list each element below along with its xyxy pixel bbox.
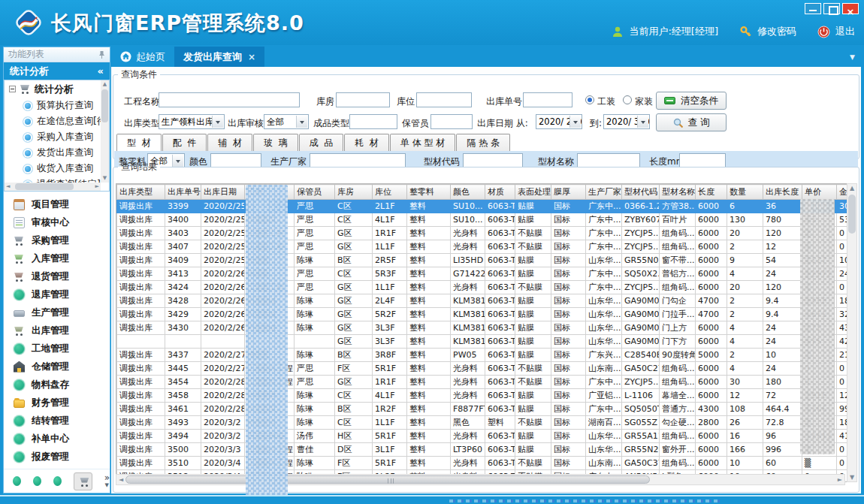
project-name-input[interactable] <box>159 92 300 107</box>
tree-horizontal-scrollbar[interactable]: ◄► <box>5 183 101 191</box>
tab-list-dropdown-icon[interactable]: ▼ <box>850 53 861 61</box>
material-tab[interactable]: 单 体 型 材 <box>390 134 455 151</box>
order-no-input[interactable] <box>523 92 572 107</box>
table-row[interactable]: 调拨出库34282020/2/26石▒▒城陈琳G区2L4F整料KLM381760… <box>117 294 850 308</box>
sidebar-menu-item[interactable]: 报废管理 <box>4 448 110 466</box>
material-tab[interactable]: 成 品 <box>299 134 344 151</box>
menu-overflow-button[interactable]: »▼ <box>104 474 110 489</box>
tab-home[interactable]: 起始页 <box>111 47 174 67</box>
sidebar-menu-item[interactable]: 项目管理 <box>4 195 110 213</box>
table-row[interactable]: 调拨出库34932020/3/2华▒▒原...陈琳C区1L1F整料黑色塑料不贴膜… <box>117 416 850 430</box>
table-row[interactable]: 调拨出库35102020/3/4工▒▒共工程陈琳F区5R1F整料光身料6063-… <box>117 457 850 470</box>
column-header[interactable]: 膜厚 <box>551 185 586 200</box>
sidebar-menu-item[interactable]: 财务管理 <box>4 394 110 412</box>
table-row[interactable]: 调拨出库34452020/2/27工▒▒共工程严思F区5R1F整料光身料6063… <box>117 362 850 376</box>
table-row[interactable]: 调拨出库34542020/2/28工▒▒共工程严思G区1R1F整料光身料6063… <box>117 376 850 389</box>
material-tab[interactable]: 耗 材 <box>344 134 389 151</box>
column-header[interactable]: 型材名称 <box>660 185 696 200</box>
tab-close-icon[interactable]: × <box>248 52 255 62</box>
table-row[interactable]: 调拨出库34302020/2/26石▒▒城陈琳G区3L3F整料KLM381760… <box>117 321 850 335</box>
outbound-type-select[interactable]: 生产领料出库 <box>159 114 225 129</box>
column-header[interactable]: 颜色 <box>451 185 485 200</box>
pin-icon[interactable] <box>98 50 105 59</box>
keeper-input[interactable] <box>430 114 473 129</box>
material-tab[interactable]: 型 材 <box>116 134 162 151</box>
results-horizontal-scrollbar[interactable]: ◄► <box>116 474 845 485</box>
scrollbar-thumb[interactable] <box>125 475 650 484</box>
scrollbar-thumb[interactable] <box>848 195 856 234</box>
table-row[interactable]: 调拨出库34292020/2/26石▒▒城陈琳G区5R2F整料KLM381760… <box>117 308 850 321</box>
table-row[interactable]: 调拨出库34002020/2/25华▒▒原...严思C区4L1F整料SU10..… <box>117 213 850 227</box>
tree-item[interactable]: 收货入库查询 <box>5 161 101 177</box>
cart-shortcut-button[interactable] <box>74 472 92 490</box>
column-header[interactable]: 保管员 <box>295 185 335 200</box>
column-header[interactable]: 库位 <box>373 185 407 200</box>
sidebar-menu-item[interactable]: 退库管理 <box>4 285 110 303</box>
column-header[interactable]: 出库类型 <box>117 185 165 200</box>
material-tab[interactable]: 隔 热 条 <box>456 134 510 151</box>
sidebar-menu-item[interactable]: 工地管理 <box>4 340 110 358</box>
column-header[interactable]: 出库日期 <box>201 185 245 200</box>
tree-root-statistics[interactable]: 统计分析 <box>5 80 101 98</box>
table-row[interactable]: G区3L3F整料KLM38176063-T5贴膜国标山东华...GA90M09.… <box>117 335 850 349</box>
dot-icon[interactable] <box>13 476 21 486</box>
table-row[interactable]: 调拨出库33992020/2/25华▒▒原...严思C区2L1F整料SU10..… <box>117 200 850 213</box>
sidebar-menu-item[interactable]: 入库管理 <box>4 249 110 267</box>
table-row[interactable]: 调拨出库34242020/2/26工▒▒工程严思G区1L1F整料光身料6063-… <box>117 281 850 294</box>
radio-home-decoration[interactable] <box>623 95 632 104</box>
outbound-audit-select[interactable]: 全部 <box>264 114 309 129</box>
dot-icon[interactable] <box>53 476 62 486</box>
section-header-statistics[interactable]: 统计分析 « <box>4 62 110 80</box>
column-header[interactable]: 表面处理 <box>515 185 551 200</box>
tree-item[interactable]: 退货查询[待定] <box>5 177 101 183</box>
tree-expander-icon[interactable] <box>9 86 16 92</box>
change-password-link[interactable]: 修改密码 <box>757 25 796 38</box>
column-header[interactable]: 整零料 <box>407 185 451 200</box>
column-header[interactable]: 型材代码 <box>622 185 660 200</box>
scrollbar-thumb[interactable] <box>15 183 74 190</box>
search-button[interactable]: 查 询 <box>656 113 727 131</box>
column-header[interactable]: 库房 <box>335 185 373 200</box>
maximize-button[interactable] <box>823 3 840 14</box>
column-header[interactable]: 材质 <box>485 185 515 200</box>
dot-icon[interactable] <box>33 476 41 486</box>
tree-vertical-scrollbar[interactable]: ▲▼ <box>101 80 109 183</box>
table-row[interactable]: 调拨出库35002020/3/3工▒▒共工程曹佳D区3L1F整料LT3P6060… <box>117 443 850 457</box>
column-header[interactable]: 生产厂家 <box>586 185 622 200</box>
sidebar-menu-item[interactable]: 审核中心 <box>4 213 110 231</box>
tree-item[interactable]: 在途信息查询[待 <box>5 113 101 129</box>
sidebar-menu-item[interactable]: 退货管理 <box>4 267 110 285</box>
column-header[interactable]: 出库长度 <box>763 185 802 200</box>
sidebar-menu-item[interactable]: 生产管理 <box>4 303 110 321</box>
table-row[interactable]: 调拨出库34072020/2/25工▒▒工程严思G区1L1F整料光身料6063-… <box>117 240 850 254</box>
table-row[interactable]: 调拨出库34942020/3/2石▒▒辉城汤伟H区5R1F整料光身料6063-T… <box>117 430 850 443</box>
scrollbar-thumb[interactable] <box>101 89 108 122</box>
column-header[interactable]: 数量 <box>727 185 763 200</box>
table-row[interactable]: 调拨出库34372020/2/27佛▒▒...陈琳B区3R8F整料PW05606… <box>117 349 850 362</box>
table-row[interactable]: 调拨出库34582020/2/28华▒▒原...陈琳C区4L1F整料光身料606… <box>117 389 850 403</box>
tab-shipping-outbound-query[interactable]: 发货出库查询 × <box>174 47 264 67</box>
material-tab[interactable]: 配 件 <box>162 134 207 151</box>
tree-item[interactable]: 采购入库查询 <box>5 129 101 145</box>
clear-conditions-button[interactable]: 清空条件 <box>656 92 727 110</box>
table-row[interactable]: 调拨出库34612020/2/28华▒▒原...陈琳B区1R2F整料F8877F… <box>117 403 850 416</box>
close-button[interactable] <box>842 3 859 14</box>
date-to-picker[interactable]: 2020/ 3/16 <box>603 114 650 129</box>
material-tab[interactable]: 辅 材 <box>207 134 252 151</box>
material-tab[interactable]: 玻 璃 <box>253 134 298 151</box>
radio-workwear[interactable] <box>585 95 594 104</box>
tree-item[interactable]: 预算执行查询 <box>5 98 101 113</box>
table-row[interactable]: 调拨出库34132020/2/26南▒▒...严思C区5R3F整料G714226… <box>117 267 850 281</box>
logout-link[interactable]: 退出 <box>835 25 855 38</box>
table-row[interactable]: 调拨出库34032020/2/25工▒▒工程严思G区1R1F整料光身料6063-… <box>117 227 850 240</box>
sidebar-menu-item[interactable]: 采购管理 <box>4 231 110 249</box>
date-from-picker[interactable]: 2020/ 2/16 <box>536 114 582 129</box>
location-input[interactable] <box>416 92 472 107</box>
column-header[interactable]: 长度 <box>696 185 727 200</box>
column-header[interactable]: 出库单号 <box>165 185 201 200</box>
sidebar-menu-item[interactable]: 结转管理 <box>4 412 110 430</box>
sidebar-menu-item[interactable]: 出库管理 <box>4 321 110 340</box>
sidebar-menu-item[interactable]: 补单中心 <box>4 430 110 448</box>
column-header[interactable]: 单价 <box>802 185 837 200</box>
table-row[interactable]: 调拨出库34092020/2/25长▒▒...陈琳B区2R5F整料LI35HD6… <box>117 254 850 267</box>
